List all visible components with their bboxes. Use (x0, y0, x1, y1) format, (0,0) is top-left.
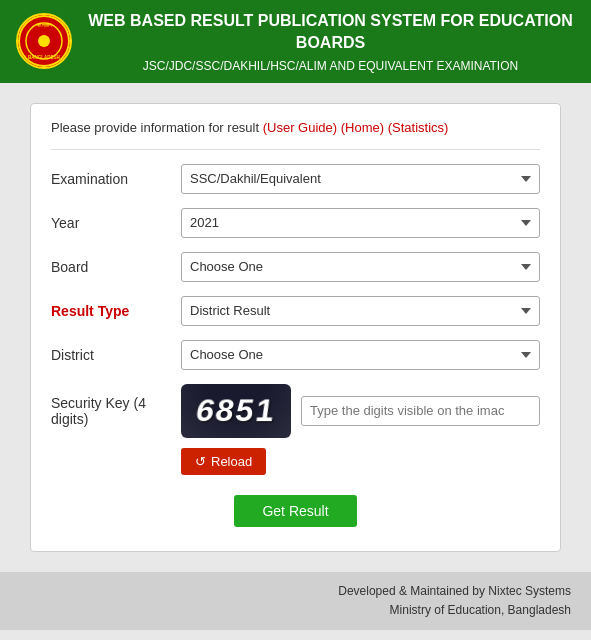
year-select[interactable]: 2021 2020 2019 2018 (181, 208, 540, 238)
board-label: Board (51, 259, 181, 275)
district-label: District (51, 347, 181, 363)
submit-row: Get Result (51, 495, 540, 527)
form-card: Please provide information for result (U… (30, 103, 561, 552)
svg-point-2 (38, 35, 50, 47)
user-guide-link[interactable]: (User Guide) (263, 120, 337, 135)
divider (51, 149, 540, 150)
info-bar: Please provide information for result (U… (51, 120, 540, 135)
main-content: Please provide information for result (U… (0, 83, 591, 572)
result-type-label: Result Type (51, 303, 181, 319)
submit-button[interactable]: Get Result (234, 495, 356, 527)
security-key-label: Security Key (4 digits) (51, 395, 181, 427)
footer: Developed & Maintained by Nixtec Systems… (0, 572, 591, 630)
result-type-row: Result Type District Result Individual R… (51, 296, 540, 326)
info-text: Please provide information for result (51, 120, 263, 135)
reload-button[interactable]: ↺ Reload (181, 448, 266, 475)
district-row: District Choose One Dhaka Chittagong (51, 340, 540, 370)
page-header: বাংলাদেশ BANGLADESH WEB BASED RESULT PUB… (0, 0, 591, 83)
year-row: Year 2021 2020 2019 2018 (51, 208, 540, 238)
footer-line2: Ministry of Education, Bangladesh (20, 601, 571, 620)
result-type-select[interactable]: District Result Individual Result Instit… (181, 296, 540, 326)
header-title: WEB BASED RESULT PUBLICATION SYSTEM FOR … (86, 10, 575, 55)
submit-label: Get Result (262, 503, 328, 519)
security-captcha-wrap: 6851 (181, 384, 540, 438)
svg-text:বাংলাদেশ: বাংলাদেশ (37, 22, 52, 28)
security-key-row: Security Key (4 digits) 6851 (51, 384, 540, 438)
statistics-link[interactable]: (Statistics) (388, 120, 449, 135)
header-subtitle: JSC/JDC/SSC/DAKHIL/HSC/ALIM AND EQUIVALE… (86, 59, 575, 73)
board-row: Board Choose One Dhaka Chittagong Rajsha… (51, 252, 540, 282)
captcha-input[interactable] (301, 396, 540, 426)
reload-icon: ↺ (195, 454, 206, 469)
captcha-image: 6851 (181, 384, 291, 438)
reload-label: Reload (211, 454, 252, 469)
board-select[interactable]: Choose One Dhaka Chittagong Rajshahi (181, 252, 540, 282)
home-link[interactable]: (Home) (341, 120, 384, 135)
examination-row: Examination SSC/Dakhil/Equivalent JSC/JD… (51, 164, 540, 194)
examination-label: Examination (51, 171, 181, 187)
year-label: Year (51, 215, 181, 231)
captcha-text: 6851 (195, 393, 278, 429)
footer-line1: Developed & Maintained by Nixtec Systems (20, 582, 571, 601)
header-text-block: WEB BASED RESULT PUBLICATION SYSTEM FOR … (86, 10, 575, 73)
logo: বাংলাদেশ BANGLADESH (16, 13, 72, 69)
svg-text:BANGLADESH: BANGLADESH (28, 55, 60, 60)
district-select[interactable]: Choose One Dhaka Chittagong (181, 340, 540, 370)
examination-select[interactable]: SSC/Dakhil/Equivalent JSC/JDC HSC/Alim D… (181, 164, 540, 194)
